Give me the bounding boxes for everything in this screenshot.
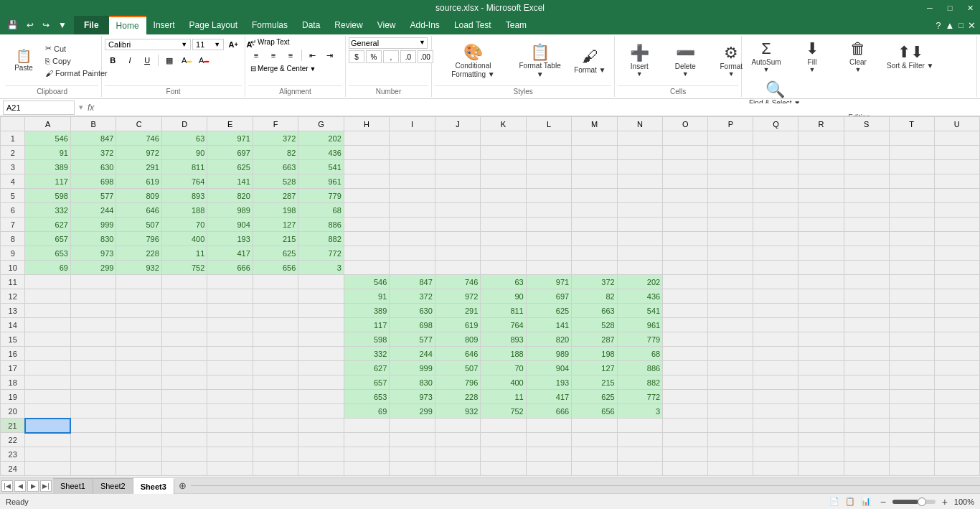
cell-I18[interactable]: 830 [390,375,435,390]
cell-K20[interactable]: 752 [481,404,526,419]
cell-B8[interactable]: 830 [70,232,116,246]
tab-file[interactable]: File [74,16,109,34]
cell-C10[interactable]: 932 [116,261,161,275]
cell-O7[interactable] [663,218,708,232]
cell-F11[interactable] [253,275,298,289]
cell-R24[interactable] [798,462,844,476]
cell-G17[interactable] [298,361,344,375]
cell-E6[interactable]: 989 [207,203,253,218]
row-header-20[interactable]: 20 [1,404,25,419]
cell-D10[interactable]: 752 [161,261,207,275]
cell-Q3[interactable] [753,160,798,174]
cell-T1[interactable] [889,131,934,146]
cell-U14[interactable] [934,318,979,332]
cell-K15[interactable]: 893 [481,332,526,347]
cell-M11[interactable]: 372 [572,275,617,289]
cell-B19[interactable] [70,390,116,404]
col-header-J[interactable]: J [435,117,480,131]
cell-F3[interactable]: 663 [253,160,298,174]
col-header-M[interactable]: M [572,117,617,131]
cell-T8[interactable] [889,232,934,246]
cell-C23[interactable] [116,447,161,462]
cell-L4[interactable] [526,174,571,189]
cell-H24[interactable] [344,462,389,476]
cell-I20[interactable]: 299 [390,404,435,419]
cell-G15[interactable] [298,332,344,347]
row-header-7[interactable]: 7 [1,218,25,232]
decrease-decimal-button[interactable]: .0 [400,50,416,63]
cell-M22[interactable] [572,433,617,447]
cell-D18[interactable] [161,375,207,390]
col-header-F[interactable]: F [253,117,298,131]
cell-J19[interactable]: 228 [435,390,480,404]
cell-O12[interactable] [663,289,708,304]
cell-H22[interactable] [344,433,389,447]
cell-N15[interactable]: 779 [617,332,662,347]
cell-P16[interactable] [708,347,753,361]
cell-Q19[interactable] [753,390,798,404]
cell-I8[interactable] [390,232,435,246]
insert-button[interactable]: ➕ Insert ▼ [618,42,661,80]
cell-S1[interactable] [844,131,889,146]
cell-C8[interactable]: 796 [116,232,161,246]
cell-R14[interactable] [798,318,844,332]
window-restore-icon[interactable]: □ [958,21,963,29]
cell-A21[interactable] [25,419,70,433]
cell-C7[interactable]: 507 [116,218,161,232]
cell-P15[interactable] [708,332,753,347]
cell-H12[interactable]: 91 [344,289,389,304]
cell-L13[interactable]: 625 [526,304,571,318]
cell-E15[interactable] [207,332,253,347]
cell-B4[interactable]: 698 [70,174,116,189]
cell-T16[interactable] [889,347,934,361]
help-icon[interactable]: ? [936,20,941,31]
window-close-icon[interactable]: ✕ [968,20,976,31]
cell-U9[interactable] [934,246,979,261]
cell-O13[interactable] [663,304,708,318]
cell-H11[interactable]: 546 [344,275,389,289]
cell-D5[interactable]: 893 [161,189,207,203]
cell-P10[interactable] [708,261,753,275]
cell-L23[interactable] [526,447,571,462]
row-header-12[interactable]: 12 [1,289,25,304]
col-header-K[interactable]: K [481,117,526,131]
clear-button[interactable]: 🗑 Clear ▼ [837,37,880,75]
cell-E13[interactable] [207,304,253,318]
cell-M14[interactable]: 528 [572,318,617,332]
cell-G12[interactable] [298,289,344,304]
cell-E21[interactable] [207,419,253,433]
cell-C4[interactable]: 619 [116,174,161,189]
cell-K22[interactable] [481,433,526,447]
cell-M12[interactable]: 82 [572,289,617,304]
cell-R23[interactable] [798,447,844,462]
cell-S13[interactable] [844,304,889,318]
cell-P11[interactable] [708,275,753,289]
cell-O19[interactable] [663,390,708,404]
cell-S5[interactable] [844,189,889,203]
cell-K12[interactable]: 90 [481,289,526,304]
cell-H10[interactable] [344,261,389,275]
cell-U20[interactable] [934,404,979,419]
cell-R20[interactable] [798,404,844,419]
cell-E7[interactable]: 904 [207,218,253,232]
cell-U17[interactable] [934,361,979,375]
col-header-C[interactable]: C [116,117,161,131]
cell-J17[interactable]: 507 [435,361,480,375]
currency-button[interactable]: $ [349,50,364,63]
cell-G13[interactable] [298,304,344,318]
cell-J6[interactable] [435,203,480,218]
cell-H8[interactable] [344,232,389,246]
cell-I16[interactable]: 244 [390,347,435,361]
cell-U11[interactable] [934,275,979,289]
cell-C18[interactable] [116,375,161,390]
cell-L15[interactable]: 820 [526,332,571,347]
cell-B12[interactable] [70,289,116,304]
col-header-Q[interactable]: Q [753,117,798,131]
cell-N23[interactable] [617,447,662,462]
cell-U7[interactable] [934,218,979,232]
cell-L21[interactable] [526,419,571,433]
fill-color-button[interactable]: A▬ [179,53,194,67]
cell-M1[interactable] [572,131,617,146]
tab-review[interactable]: Review [327,16,369,34]
cell-B2[interactable]: 372 [70,146,116,160]
